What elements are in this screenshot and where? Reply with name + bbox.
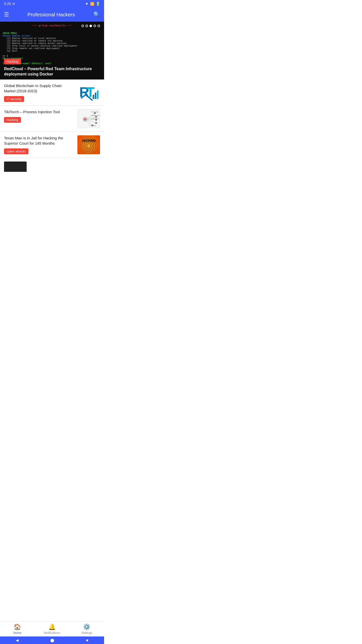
app-title: Professional Hackers (9, 12, 93, 18)
article-title: Texas Man is in Jail for Hacking the Sup… (4, 135, 74, 146)
status-time-area: 5:25 ⟳ (4, 2, 15, 6)
article-category-badge[interactable]: cyber attacks (4, 148, 28, 154)
svg-rect-16 (97, 90, 98, 99)
carousel-dots (81, 25, 100, 27)
svg-rect-15 (95, 93, 96, 99)
dot-1[interactable] (81, 25, 84, 27)
article-item[interactable]: Global Blockchain In Supply Chain Market… (0, 79, 104, 106)
dot-4[interactable] (94, 25, 96, 27)
menu-button[interactable]: ☰ (4, 11, 9, 18)
tikitorch-svg: 10 File reads 8 Registry key accesses 1 … (78, 109, 100, 128)
article-category-badge[interactable]: IT security (4, 96, 24, 102)
svg-text:10 File reads: 10 File reads (91, 111, 99, 113)
hero-banner[interactable]: ~~~ github.com/khast3x ~~~ [MAIN MENU] C… (0, 22, 104, 79)
hacking-svg: HACKING (77, 135, 100, 154)
svg-line-21 (87, 119, 96, 120)
svg-line-23 (86, 121, 92, 126)
status-time: 5:25 (4, 2, 11, 6)
dot-2[interactable] (85, 25, 88, 27)
app-bar: ☰ Professional Hackers 🔍 (0, 8, 104, 22)
article-item[interactable]: Texas Man is in Jail for Hacking the Sup… (0, 132, 104, 158)
svg-line-22 (87, 120, 96, 123)
article-item-partial (0, 158, 104, 172)
sync-icon: ⟳ (12, 2, 15, 6)
svg-point-27 (95, 122, 97, 124)
hacking-image: HACKING (77, 135, 100, 154)
svg-text:1 File writes: 1 File writes (89, 125, 96, 126)
wifi-icon: ▼ (85, 2, 88, 6)
signal-icon: 📶 (90, 2, 94, 6)
rt-logo-svg: R T (78, 84, 100, 101)
search-button[interactable]: 🔍 (93, 11, 100, 18)
svg-rect-14 (93, 95, 94, 99)
svg-point-18 (84, 118, 86, 120)
article-content: TikiTorch – Process Injection Tool Hacki… (4, 109, 74, 123)
article-thumbnail: HACKING (77, 135, 100, 154)
article-title: TikiTorch – Process Injection Tool (4, 109, 74, 114)
article-list: Global Blockchain In Supply Chain Market… (0, 79, 104, 172)
battery-icon: 🔋 (96, 2, 100, 6)
article-category-badge[interactable]: Hacking (4, 117, 21, 123)
dot-3[interactable] (89, 25, 92, 27)
hero-title[interactable]: RedCloud – Powerful Red Team Infrastruct… (4, 66, 100, 77)
article-thumbnail: R T (77, 83, 100, 102)
status-bar: 5:25 ⟳ ▼ 📶 🔋 (0, 0, 104, 8)
svg-rect-33 (77, 135, 100, 154)
status-icons: ▼ 📶 🔋 (85, 2, 100, 6)
article-title: Global Blockchain In Supply Chain Market… (4, 83, 74, 94)
article-content: Texas Man is in Jail for Hacking the Sup… (4, 135, 74, 154)
dot-5[interactable] (98, 25, 100, 27)
article-item[interactable]: TikiTorch – Process Injection Tool Hacki… (0, 106, 104, 132)
svg-text:1 LAN access: 1 LAN access (91, 118, 99, 119)
hero-category-badge[interactable]: Hacking (4, 59, 21, 64)
article-thumbnail: 10 File reads 8 Registry key accesses 1 … (77, 109, 100, 128)
partial-thumb (4, 162, 27, 172)
article-content: Global Blockchain In Supply Chain Market… (4, 83, 74, 102)
svg-text:8 Registry key accesses: 8 Registry key accesses (91, 115, 100, 116)
svg-text:HACKING: HACKING (82, 139, 96, 142)
